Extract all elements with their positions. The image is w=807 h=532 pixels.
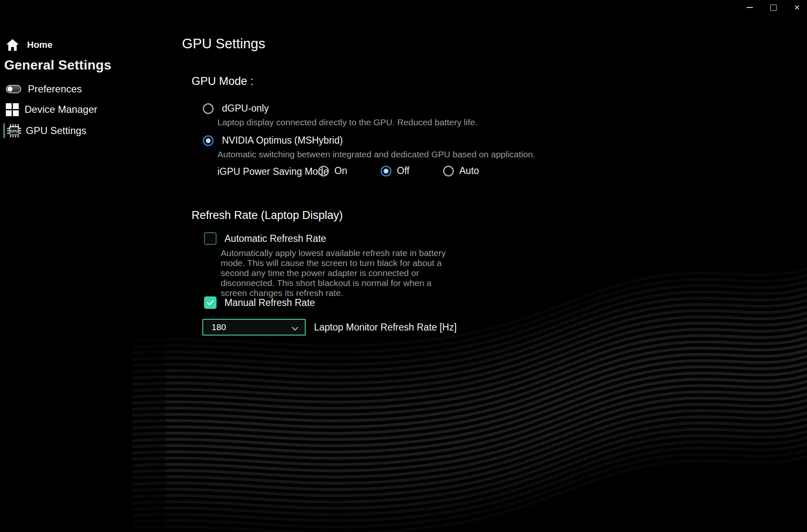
manual-refresh-rate-row: Manual Refresh Rate	[204, 296, 315, 309]
radio-label: On	[334, 165, 347, 177]
radio-igpu-on[interactable]	[318, 166, 329, 177]
optimus-description: Automatic switching between integrated a…	[217, 149, 536, 159]
check-icon	[207, 300, 214, 306]
refresh-rate-heading: Refresh Rate (Laptop Display)	[192, 209, 343, 222]
app-window: ✕ Home General Settings Preferences Devi…	[0, 0, 807, 532]
checkbox-label: Automatic Refresh Rate	[224, 233, 326, 244]
gpu-mode-option-dgpu: dGPU-only	[203, 103, 269, 114]
radio-label: Off	[397, 165, 409, 177]
checkbox-automatic-refresh-rate[interactable]	[204, 232, 217, 245]
radio-label: NVIDIA Optimus (MSHybrid)	[222, 135, 343, 146]
gpu-mode-heading: GPU Mode :	[192, 75, 254, 88]
checkbox-label: Manual Refresh Rate	[224, 297, 315, 308]
radio-label: dGPU-only	[222, 103, 269, 114]
radio-nvidia-optimus[interactable]	[203, 135, 214, 146]
automatic-refresh-rate-row: Automatic Refresh Rate	[204, 232, 326, 245]
page-title: GPU Settings	[182, 36, 265, 52]
refresh-rate-dropdown-row: 180 Laptop Monitor Refresh Rate [Hz]	[202, 319, 457, 336]
dropdown-value: 180	[203, 322, 226, 332]
radio-dgpu-only[interactable]	[203, 103, 214, 114]
chevron-down-icon	[292, 324, 299, 331]
main-content: GPU Settings GPU Mode : dGPU-only Laptop…	[0, 0, 807, 532]
igpu-option-auto: Auto	[443, 165, 479, 177]
igpu-option-on: On	[318, 165, 347, 177]
dropdown-label: Laptop Monitor Refresh Rate [Hz]	[314, 322, 457, 333]
gpu-mode-option-optimus: NVIDIA Optimus (MSHybrid)	[203, 135, 343, 146]
radio-igpu-auto[interactable]	[443, 166, 454, 177]
dgpu-description: Laptop display connected directly to the…	[217, 117, 478, 127]
radio-igpu-off[interactable]	[381, 166, 391, 177]
refresh-rate-dropdown[interactable]: 180	[202, 319, 306, 336]
automatic-refresh-rate-description: Automatically apply lowest available ref…	[221, 248, 460, 298]
igpu-option-off: Off	[381, 165, 409, 177]
igpu-power-saving-label: iGPU Power Saving Mode	[217, 166, 329, 177]
checkbox-manual-refresh-rate[interactable]	[204, 296, 217, 309]
igpu-power-saving-row: iGPU Power Saving Mode On Off Auto	[217, 165, 550, 177]
radio-label: Auto	[459, 165, 479, 177]
